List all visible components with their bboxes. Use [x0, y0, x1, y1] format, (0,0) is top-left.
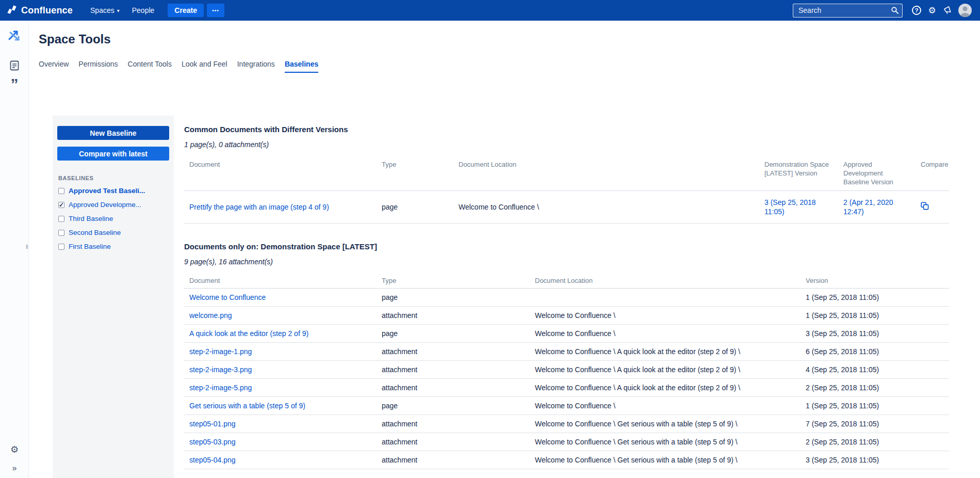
baseline-list-item: Approved Developme... — [58, 201, 169, 209]
user-avatar[interactable] — [958, 4, 972, 17]
table-row: step-2-image-3.png attachment Welcome to… — [184, 361, 949, 379]
document-type: attachment — [376, 433, 529, 451]
table-row: step-2-image-1.png attachment Welcome to… — [184, 343, 949, 361]
sidebar-item-pages[interactable] — [0, 60, 29, 71]
document-location: Welcome to Confluence \ Get serious with… — [529, 415, 800, 433]
baseline-checkbox[interactable] — [58, 230, 64, 236]
baseline-link[interactable]: Approved Developme... — [69, 201, 141, 209]
document-location: Welcome to Confluence \ A quick look at … — [529, 343, 800, 361]
column-header: Type — [376, 156, 453, 191]
document-link[interactable]: welcome.png — [189, 311, 232, 320]
document-link[interactable]: Get serious with a table (step 5 of 9) — [189, 402, 305, 410]
document-link[interactable]: step05-04.png — [189, 456, 236, 464]
only-documents-table: Document Type Document Location Version … — [184, 273, 949, 469]
table-row: welcome.png attachment Welcome to Conflu… — [184, 307, 949, 325]
create-button[interactable]: Create — [168, 4, 204, 17]
column-header: Document Location — [529, 273, 800, 289]
space-logo[interactable] — [0, 29, 29, 42]
confluence-home-link[interactable]: Confluence — [6, 4, 73, 17]
document-link[interactable]: A quick look at the editor (step 2 of 9) — [189, 329, 308, 338]
nav-spaces[interactable]: Spaces ▾ — [90, 6, 120, 14]
document-location: Welcome to Confluence \ — [529, 397, 800, 415]
column-header: Compare — [915, 156, 949, 191]
document-type: page — [376, 289, 529, 307]
sidebar-expand-button[interactable]: » — [0, 464, 29, 473]
table-row: Welcome to Confluence page 1 (Sep 25, 20… — [184, 289, 949, 307]
column-header: Document — [184, 273, 376, 289]
baseline-version-link[interactable]: 2 (Apr 21, 2020 12:47) — [843, 198, 893, 216]
compare-with-latest-button[interactable]: Compare with latest — [57, 147, 169, 161]
help-button[interactable]: ? — [909, 3, 924, 18]
document-link[interactable]: Welcome to Confluence — [189, 293, 266, 301]
baseline-link[interactable]: Third Baseline — [69, 215, 113, 222]
double-chevron-right-icon: » — [12, 464, 17, 473]
document-type: attachment — [376, 379, 529, 397]
column-header: Version — [800, 273, 949, 289]
document-link[interactable]: step05-03.png — [189, 438, 236, 446]
document-type: page — [376, 325, 529, 343]
new-baseline-button[interactable]: New Baseline — [57, 126, 169, 140]
compare-copy-icon[interactable] — [921, 203, 929, 212]
baseline-link[interactable]: Second Baseline — [69, 229, 121, 236]
nav-people-label: People — [132, 6, 155, 14]
more-dots-icon: ••• — [212, 8, 219, 13]
baseline-link[interactable]: First Baseline — [69, 243, 111, 250]
sidebar-item-space-settings[interactable]: ⚙ — [0, 444, 29, 455]
baseline-list-item: Second Baseline — [58, 229, 169, 236]
document-link[interactable]: step-2-image-5.png — [189, 384, 252, 392]
document-type: page — [376, 397, 529, 415]
person-icon — [958, 4, 972, 17]
document-location: Welcome to Confluence \ A quick look at … — [529, 379, 800, 397]
table-row: A quick look at the editor (step 2 of 9)… — [184, 325, 949, 343]
document-location: Welcome to Confluence \ Get serious with… — [529, 433, 800, 451]
baseline-checkbox[interactable] — [58, 202, 64, 208]
nav-people[interactable]: People — [132, 6, 155, 14]
table-row: step05-03.png attachment Welcome to Conf… — [184, 433, 949, 451]
quote-icon: ” — [11, 76, 19, 92]
sidebar-item-blog[interactable]: ” — [0, 76, 29, 92]
chevron-down-icon: ▾ — [117, 8, 120, 13]
baseline-checkbox[interactable] — [58, 188, 64, 194]
tab-integrations[interactable]: Integrations — [237, 60, 275, 73]
tab-look-and-feel[interactable]: Look and Feel — [182, 60, 227, 73]
document-version: 3 (Sep 25, 2018 11:05) — [800, 451, 949, 469]
create-more-button[interactable]: ••• — [207, 4, 224, 17]
brand-name: Confluence — [21, 5, 73, 16]
table-row: Prettify the page with an image (step 4 … — [184, 191, 949, 224]
help-icon: ? — [912, 6, 921, 15]
document-type: attachment — [376, 415, 529, 433]
space-logo-icon — [8, 29, 21, 42]
tab-overview[interactable]: Overview — [39, 60, 69, 73]
pages-icon — [10, 60, 19, 71]
document-link[interactable]: step-2-image-1.png — [189, 347, 252, 356]
document-version: 6 (Sep 25, 2018 11:05) — [800, 343, 949, 361]
search-input[interactable] — [793, 4, 903, 18]
baseline-link[interactable]: Approved Test Baseli... — [69, 187, 145, 195]
feedback-button[interactable] — [940, 3, 955, 18]
document-location — [529, 289, 800, 307]
document-link[interactable]: Prettify the page with an image (step 4 … — [189, 203, 329, 211]
megaphone-icon — [943, 5, 952, 16]
settings-button[interactable]: ⚙ — [924, 3, 940, 18]
top-navigation: Confluence Spaces ▾ People Create ••• ? … — [0, 0, 980, 21]
page-title: Space Tools — [39, 32, 111, 46]
search-icon[interactable] — [891, 6, 899, 17]
tab-baselines[interactable]: Baselines — [285, 60, 318, 73]
sidebar-resize-handle[interactable]: ‖ — [26, 244, 27, 250]
tab-content-tools[interactable]: Content Tools — [128, 60, 172, 73]
baseline-checkbox[interactable] — [58, 244, 64, 250]
document-location: Welcome to Confluence \ — [453, 191, 759, 224]
document-type: page — [376, 191, 453, 224]
tab-permissions[interactable]: Permissions — [78, 60, 118, 73]
latest-version-link[interactable]: 3 (Sep 25, 2018 11:05) — [764, 198, 816, 216]
baseline-list-item: Approved Test Baseli... — [58, 187, 169, 195]
document-link[interactable]: step-2-image-3.png — [189, 365, 252, 374]
only-documents-title: Documents only on: Demonstration Space [… — [184, 242, 949, 251]
baseline-checkbox[interactable] — [58, 216, 64, 222]
baseline-panel: New Baseline Compare with latest BASELIN… — [53, 116, 174, 478]
table-row: step05-01.png attachment Welcome to Conf… — [184, 415, 949, 433]
document-link[interactable]: step05-01.png — [189, 420, 236, 428]
document-version: 1 (Sep 25, 2018 11:05) — [800, 307, 949, 325]
nav-spaces-label: Spaces — [90, 6, 115, 14]
baseline-list-item: First Baseline — [58, 243, 169, 250]
